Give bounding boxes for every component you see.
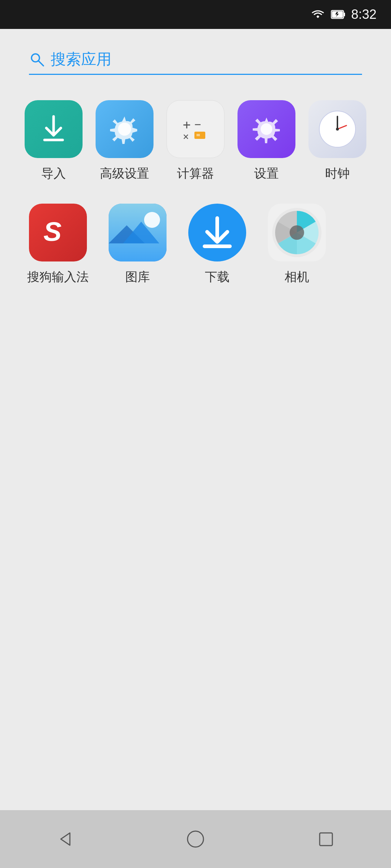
app-item-gaojishezhi[interactable]: 高级设置 (93, 100, 156, 182)
home-button[interactable] (181, 825, 210, 854)
svg-marker-27 (61, 833, 70, 845)
app-item-daoru[interactable]: 导入 (22, 100, 85, 182)
app-icon-shezhi (237, 100, 295, 158)
status-bar: 8:32 (0, 0, 391, 29)
app-icon-jisuanqi: + − × = (167, 100, 224, 158)
app-label-xiazai: 下载 (205, 269, 230, 285)
app-item-shijian[interactable]: 时钟 (306, 100, 369, 182)
app-item-shezhi[interactable]: 设置 (235, 100, 298, 182)
app-label-shezhi: 设置 (254, 165, 279, 182)
app-item-sogou[interactable]: S 搜狗输入法 (22, 204, 94, 285)
svg-text:×: × (183, 131, 189, 142)
app-grid: 导入 高级设置 + − × = 计算器 (0, 86, 391, 300)
app-label-sogou: 搜狗输入法 (27, 269, 89, 285)
app-label-gaojishezhi: 高级设置 (100, 165, 149, 182)
app-icon-xiazai (188, 204, 246, 261)
back-button[interactable] (51, 825, 80, 854)
nav-bar (0, 810, 391, 868)
battery-icon (331, 9, 345, 20)
app-row-1: 导入 高级设置 + − × = 计算器 (22, 100, 369, 182)
svg-point-22 (144, 212, 160, 228)
svg-text:+: + (183, 117, 191, 132)
app-icon-xiangji (268, 204, 326, 261)
status-time: 8:32 (351, 7, 377, 22)
app-item-tuku[interactable]: 图库 (101, 204, 174, 285)
svg-text:−: − (194, 118, 201, 131)
app-item-xiazai[interactable]: 下载 (181, 204, 253, 285)
app-label-daoru: 导入 (41, 165, 66, 182)
app-icon-tuku (109, 204, 167, 261)
app-icon-sogou: S (29, 204, 87, 261)
svg-point-28 (188, 831, 203, 847)
app-icon-gaojishezhi (96, 100, 154, 158)
app-item-jisuanqi[interactable]: + − × = 计算器 (164, 100, 227, 182)
svg-line-4 (38, 61, 43, 66)
app-label-jisuanqi: 计算器 (177, 165, 214, 182)
recent-button[interactable] (311, 825, 340, 854)
svg-rect-1 (344, 13, 345, 16)
svg-rect-29 (320, 833, 332, 846)
wifi-icon (311, 9, 325, 20)
app-label-shijian: 时钟 (325, 165, 350, 182)
search-icon (29, 51, 45, 67)
app-icon-shijian (308, 100, 366, 158)
search-input[interactable] (51, 51, 362, 68)
app-label-tuku: 图库 (125, 269, 150, 285)
svg-text:=: = (196, 131, 200, 139)
app-item-xiangji[interactable]: 相机 (261, 204, 333, 285)
svg-point-17 (336, 128, 339, 131)
app-icon-daoru (25, 100, 83, 158)
svg-point-26 (290, 225, 304, 240)
app-row-2: S 搜狗输入法 (22, 204, 369, 285)
app-label-xiangji: 相机 (285, 269, 309, 285)
svg-text:S: S (43, 216, 62, 247)
search-container (0, 29, 391, 86)
search-bar[interactable] (29, 51, 362, 75)
